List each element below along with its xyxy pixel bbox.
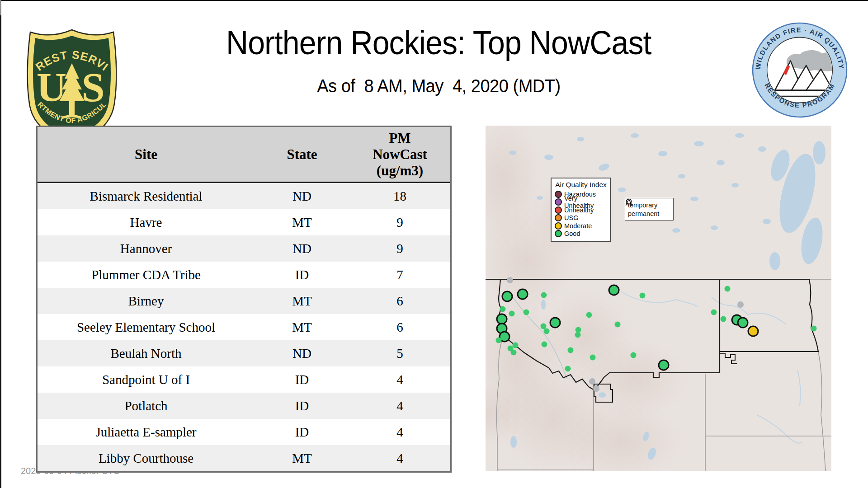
monitor-marker-good[interactable] xyxy=(524,310,529,315)
aqi-legend-item: Good xyxy=(555,230,607,238)
table-row: PotlatchID4 xyxy=(38,393,450,419)
page-subtitle: As of 8 AM, May 4, 2020 (MDT) xyxy=(317,76,561,96)
page-title: Northern Rockies: Top NowCast xyxy=(226,23,651,62)
table-row: Plummer CDA TribeID7 xyxy=(38,262,450,288)
aqi-legend-items: HazardousVery UnhealthyUnhealthyUSGModer… xyxy=(555,190,607,238)
table-row: HannoverND9 xyxy=(38,235,450,262)
state-cell: MT xyxy=(255,451,349,466)
site-cell: Libby Courthouse xyxy=(38,451,255,466)
monitor-marker-good[interactable] xyxy=(565,366,571,372)
monitor-marker-good[interactable] xyxy=(518,289,528,299)
window-corner xyxy=(0,0,1,15)
table-row: Beulah NorthND5 xyxy=(38,340,450,366)
monitor-marker-good[interactable] xyxy=(575,332,581,338)
state-cell: ND xyxy=(255,346,349,361)
column-header-site: Site xyxy=(38,146,255,163)
table-row: Bismarck ResidentialND18 xyxy=(38,183,450,209)
state-cell: ID xyxy=(255,425,349,440)
state-cell: ID xyxy=(255,267,349,282)
monitor-marker-good[interactable] xyxy=(550,318,560,328)
monitor-marker-good[interactable] xyxy=(502,291,512,301)
monitor-marker-good[interactable] xyxy=(544,328,550,334)
monitor-marker-good[interactable] xyxy=(811,326,817,332)
monitor-marker-inactive[interactable] xyxy=(507,277,513,283)
value-cell: 6 xyxy=(349,294,450,309)
monitor-marker-good[interactable] xyxy=(542,342,547,347)
site-cell: Seeley Elementary School xyxy=(38,320,255,335)
monitor-marker-inactive[interactable] xyxy=(737,301,744,308)
site-cell: Birney xyxy=(38,294,255,309)
monitor-marker-good[interactable] xyxy=(513,343,519,348)
slide: FOREST SERVICE U S DEPARTMENT OF AGRICUL… xyxy=(0,0,868,488)
value-cell: 4 xyxy=(349,399,450,413)
aqi-legend-item: USG xyxy=(555,214,607,222)
state-cell: ND xyxy=(255,189,349,204)
aqi-color-dot-icon xyxy=(555,230,562,237)
site-cell: Juliaetta E-sampler xyxy=(38,425,255,440)
monitor-marker-good[interactable] xyxy=(497,314,507,324)
monitor-marker-good[interactable] xyxy=(609,285,619,295)
monitor-marker-good[interactable] xyxy=(500,306,506,312)
monitor-marker-inactive[interactable] xyxy=(593,385,599,392)
site-cell: Sandpoint U of I xyxy=(38,372,255,387)
value-cell: 9 xyxy=(349,241,450,256)
legend-row-temporary: temporary xyxy=(628,201,671,209)
value-cell: 18 xyxy=(349,189,450,204)
window-top-edge xyxy=(0,0,868,1)
wfaqrp-logo: WILDLAND FIRE · AIR QUALITY RESPONSE PRO… xyxy=(752,22,848,118)
monitor-marker-inactive[interactable] xyxy=(589,378,595,385)
monitor-marker-good[interactable] xyxy=(615,322,621,328)
state-cell: MT xyxy=(255,294,349,309)
aqi-legend: Air Quality Index HazardousVery Unhealth… xyxy=(551,178,611,242)
table-body: Bismarck ResidentialND18HavreMT9Hannover… xyxy=(38,183,450,471)
state-cell: ND xyxy=(255,241,349,256)
state-cell: MT xyxy=(255,320,349,335)
monitor-marker-good[interactable] xyxy=(586,312,592,318)
monitor-marker-good[interactable] xyxy=(721,316,726,322)
aqi-color-dot-icon xyxy=(555,206,562,214)
aqi-color-dot-icon xyxy=(555,198,562,206)
monitor-marker-good[interactable] xyxy=(541,292,547,298)
monitor-marker-good[interactable] xyxy=(511,350,517,356)
wfaqrp-circle-icon: WILDLAND FIRE · AIR QUALITY RESPONSE PRO… xyxy=(752,22,848,118)
site-cell: Havre xyxy=(38,215,255,230)
table-header-row: Site State PM NowCast (ug/m3) xyxy=(38,127,450,183)
table-row: HavreMT9 xyxy=(38,209,450,235)
aqi-color-dot-icon xyxy=(555,214,562,221)
value-cell: 9 xyxy=(349,215,450,230)
window-left-edge xyxy=(0,0,1,488)
monitor-marker-good[interactable] xyxy=(640,293,646,299)
column-header-state: State xyxy=(255,146,349,163)
nowcast-table: Site State PM NowCast (ug/m3) Bismarck R… xyxy=(36,126,452,473)
state-cell: MT xyxy=(255,215,349,230)
aqi-monitor-map: Air Quality Index HazardousVery Unhealth… xyxy=(486,126,831,471)
aqi-color-dot-icon xyxy=(555,191,562,198)
monitor-marker-good[interactable] xyxy=(725,286,731,292)
monitor-marker-good[interactable] xyxy=(738,318,748,328)
table-row: Sandpoint U of IID4 xyxy=(38,366,450,393)
value-cell: 4 xyxy=(349,372,450,387)
monitor-marker-good[interactable] xyxy=(568,347,574,353)
monitor-marker-good[interactable] xyxy=(659,360,669,370)
site-cell: Bismarck Residential xyxy=(38,189,255,204)
monitor-marker-good[interactable] xyxy=(509,311,515,317)
monitor-marker-good[interactable] xyxy=(496,338,502,343)
site-cell: Beulah North xyxy=(38,346,255,361)
monitor-marker-good[interactable] xyxy=(711,310,717,315)
monitor-marker-moderate[interactable] xyxy=(748,326,758,336)
value-cell: 4 xyxy=(349,451,450,466)
monitor-marker-good[interactable] xyxy=(541,324,547,329)
value-cell: 4 xyxy=(349,425,450,440)
aqi-legend-item: Moderate xyxy=(555,222,607,230)
site-cell: Potlatch xyxy=(38,399,255,413)
table-row: BirneyMT6 xyxy=(38,288,450,314)
monitor-marker-good[interactable] xyxy=(631,352,637,358)
monitor-marker-good[interactable] xyxy=(590,355,596,361)
site-cell: Hannover xyxy=(38,241,255,256)
value-cell: 7 xyxy=(349,267,450,282)
permanent-triangle-icon xyxy=(625,198,632,206)
aqi-legend-title: Air Quality Index xyxy=(555,181,607,189)
monitor-marker-good[interactable] xyxy=(576,327,581,333)
state-cell: ID xyxy=(255,399,349,413)
map-canvas xyxy=(486,126,831,471)
